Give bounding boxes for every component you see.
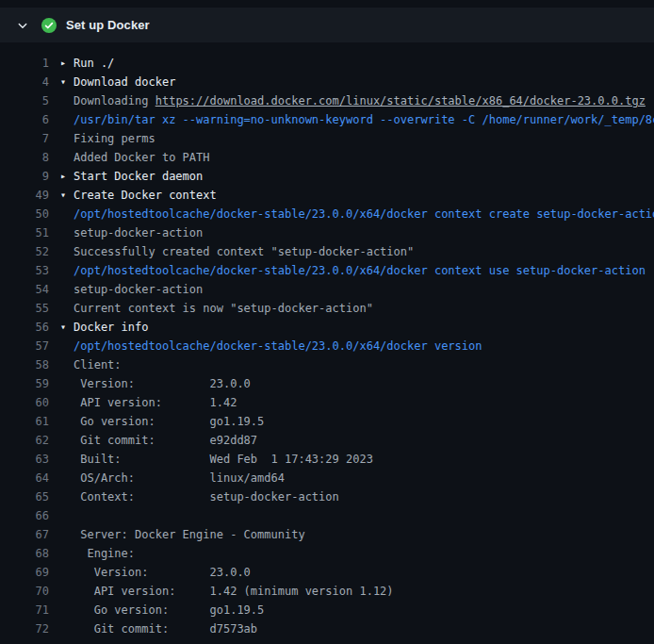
log-line: 70 API version: 1.42 (minimum version 1.… <box>0 582 654 601</box>
group-collapsed-icon[interactable]: ▸ <box>60 54 74 73</box>
line-number[interactable]: 63 <box>0 450 49 469</box>
log-line: 9▸Start Docker daemon <box>0 167 654 186</box>
line-number[interactable]: 9 <box>0 167 49 186</box>
log-line: 49▾Create Docker context <box>0 186 654 205</box>
group-collapsed-icon[interactable]: ▸ <box>60 167 74 186</box>
gutter-spacer <box>60 450 74 469</box>
line-number[interactable]: 70 <box>0 582 49 601</box>
log-line: 69 Version: 23.0.0 <box>0 563 654 582</box>
gutter-spacer <box>60 412 74 431</box>
log-text: Version: 23.0.0 <box>74 563 251 582</box>
log-text: Fixing perms <box>74 129 155 148</box>
group-title[interactable]: Start Docker daemon <box>74 167 203 186</box>
line-number[interactable]: 71 <box>0 601 49 619</box>
gutter-spacer <box>60 582 74 601</box>
gutter-spacer <box>60 261 74 280</box>
gutter-spacer <box>60 280 74 299</box>
log-line: 7Fixing perms <box>0 129 654 148</box>
gutter-spacer <box>60 487 74 506</box>
gutter-spacer <box>60 148 74 167</box>
step-header[interactable]: Set up Docker <box>0 8 654 42</box>
line-number[interactable]: 4 <box>0 73 49 91</box>
gutter-spacer <box>60 129 74 148</box>
gutter-spacer <box>60 223 74 242</box>
log-line: 52Successfully created context "setup-do… <box>0 242 654 261</box>
log-text: Version: 23.0.0 <box>74 374 251 393</box>
log-text: Successfully created context "setup-dock… <box>74 242 414 261</box>
gutter-spacer <box>60 91 74 110</box>
line-number[interactable]: 6 <box>0 110 49 129</box>
line-number[interactable]: 60 <box>0 393 49 412</box>
line-number[interactable]: 62 <box>0 431 49 450</box>
log-line: 53/opt/hostedtoolcache/docker-stable/23.… <box>0 261 654 280</box>
log-command: /opt/hostedtoolcache/docker-stable/23.0.… <box>74 337 482 355</box>
line-number[interactable]: 5 <box>0 91 49 110</box>
line-number[interactable]: 54 <box>0 280 49 299</box>
log-line: 1▸Run ./ <box>0 54 654 73</box>
log-command: /opt/hostedtoolcache/docker-stable/23.0.… <box>74 205 654 223</box>
line-number[interactable]: 51 <box>0 223 49 242</box>
gutter-spacer <box>60 469 74 487</box>
gutter-spacer <box>60 601 74 619</box>
log-text: Added Docker to PATH <box>74 148 210 167</box>
log-text: Server: Docker Engine - Community <box>74 525 305 544</box>
line-number[interactable]: 69 <box>0 563 49 582</box>
log-text: Current context is now "setup-docker-act… <box>74 299 373 318</box>
log-line: 51setup-docker-action <box>0 223 654 242</box>
line-number[interactable]: 7 <box>0 129 49 148</box>
log-line: 67 Server: Docker Engine - Community <box>0 525 654 544</box>
group-expanded-icon[interactable]: ▾ <box>60 186 74 205</box>
chevron-down-icon[interactable] <box>15 18 30 33</box>
line-number[interactable]: 56 <box>0 318 49 337</box>
line-number[interactable]: 53 <box>0 261 49 280</box>
log-text: API version: 1.42 (minimum version 1.12) <box>74 582 394 601</box>
log-text: Git commit: e92dd87 <box>74 431 257 450</box>
line-number[interactable]: 68 <box>0 544 49 563</box>
gutter-spacer <box>60 431 74 450</box>
gutter-spacer <box>60 506 74 525</box>
line-number[interactable]: 58 <box>0 355 49 374</box>
log-line: 54setup-docker-action <box>0 280 654 299</box>
line-number[interactable]: 67 <box>0 525 49 544</box>
log-command: /opt/hostedtoolcache/docker-stable/23.0.… <box>74 261 646 280</box>
log-text: Downloading <box>74 91 155 110</box>
gutter-spacer <box>60 544 74 563</box>
group-title[interactable]: Docker info <box>74 318 148 337</box>
group-title[interactable]: Create Docker context <box>74 186 217 205</box>
line-number[interactable]: 65 <box>0 487 49 506</box>
line-number[interactable]: 66 <box>0 506 49 525</box>
success-check-icon <box>41 18 57 33</box>
group-title[interactable]: Run ./ <box>74 54 114 73</box>
log-line: 68 Engine: <box>0 544 654 563</box>
log-line: 6/usr/bin/tar xz --warning=no-unknown-ke… <box>0 110 654 129</box>
log-line: 72 Git commit: d7573ab <box>0 619 654 638</box>
log-command: /usr/bin/tar xz --warning=no-unknown-key… <box>74 110 654 129</box>
line-number[interactable]: 61 <box>0 412 49 431</box>
line-number[interactable]: 50 <box>0 205 49 223</box>
line-number[interactable]: 1 <box>0 54 49 73</box>
log-line: 71 Go version: go1.19.5 <box>0 601 654 619</box>
group-title[interactable]: Download docker <box>74 73 175 91</box>
line-number[interactable]: 8 <box>0 148 49 167</box>
log-line: 8Added Docker to PATH <box>0 148 654 167</box>
line-number[interactable]: 49 <box>0 186 49 205</box>
log-line: 62 Git commit: e92dd87 <box>0 431 654 450</box>
line-number[interactable]: 64 <box>0 469 49 487</box>
line-number[interactable]: 52 <box>0 242 49 261</box>
log-line: 50/opt/hostedtoolcache/docker-stable/23.… <box>0 205 654 223</box>
log-link[interactable]: https://download.docker.com/linux/static… <box>155 91 646 110</box>
group-expanded-icon[interactable]: ▾ <box>60 73 74 91</box>
log-line: 60 API version: 1.42 <box>0 393 654 412</box>
log-text: OS/Arch: linux/amd64 <box>74 469 285 487</box>
log-line: 56▾Docker info <box>0 318 654 337</box>
line-number[interactable]: 57 <box>0 337 49 355</box>
gutter-spacer <box>60 337 74 355</box>
line-number[interactable]: 55 <box>0 299 49 318</box>
gutter-spacer <box>60 393 74 412</box>
log-line: 61 Go version: go1.19.5 <box>0 412 654 431</box>
group-expanded-icon[interactable]: ▾ <box>60 318 74 337</box>
line-number[interactable]: 59 <box>0 374 49 393</box>
line-number[interactable]: 72 <box>0 619 49 638</box>
log-text: setup-docker-action <box>74 223 203 242</box>
log-text: Go version: go1.19.5 <box>74 601 264 619</box>
